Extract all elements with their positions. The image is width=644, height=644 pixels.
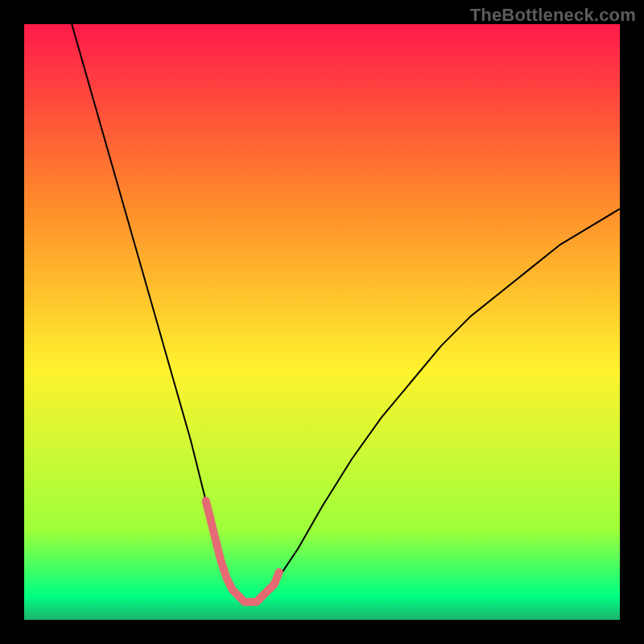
- plot-area: [24, 24, 620, 620]
- chart-frame: TheBottleneck.com: [0, 0, 644, 644]
- gradient-bg: [24, 24, 620, 620]
- watermark-text: TheBottleneck.com: [470, 5, 636, 26]
- chart-svg: [24, 24, 620, 620]
